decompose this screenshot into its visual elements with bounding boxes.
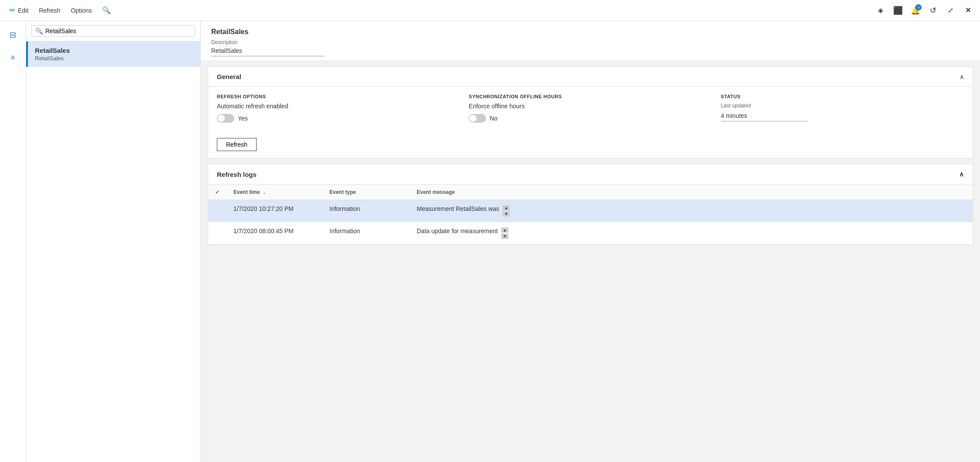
sync-offline-label: SYNCHRONIZATION OFFLINE HOURS [469,94,712,99]
auto-refresh-toggle-track[interactable] [217,114,234,123]
options-button[interactable]: Options [66,5,96,16]
checkmark-icon: ✓ [215,189,219,195]
general-section-header: General ∧ [208,67,973,87]
diamond-icon-button[interactable]: ◈ [874,3,887,17]
row-event-time: 1/7/2020 10:27:20 PM [226,200,322,222]
left-panel: 🔍 RetailSales RetailSales [26,21,201,462]
search-toolbar-icon: 🔍 [102,6,111,14]
row-check [208,200,226,222]
right-content: RetailSales Description RetailSales Gene… [201,21,980,462]
expand-icon-button[interactable]: ⤢ [943,3,957,17]
notification-button[interactable]: 🔔 0 [908,3,922,17]
logs-table-body: 1/7/2020 10:27:20 PM Information Measure… [208,200,973,245]
event-time-header[interactable]: Event time ↓ [226,185,322,200]
filter-icon: ⊟ [10,30,16,40]
refresh-logs-table: ✓ Event time ↓ Event type Event message [208,185,973,245]
expand-icon: ⤢ [948,6,953,14]
table-row[interactable]: 1/7/2020 10:27:20 PM Information Measure… [208,200,973,222]
event-message-header[interactable]: Event message [410,185,973,200]
enforce-offline-toggle[interactable]: No [469,114,497,123]
filter-icon-button[interactable]: ⊟ [4,26,22,44]
enforce-offline-label: Enforce offline hours [469,103,712,110]
refresh-options-label: REFRESH OPTIONS [217,94,460,99]
refresh-action-button[interactable]: Refresh [217,138,257,151]
last-updated-value: 4 minutes [721,112,808,121]
row-event-type: Information [322,222,410,245]
search-icon: 🔍 [35,28,43,34]
row-event-message: Measurement RetailSales was ▲ ▼ [410,200,973,222]
scroll-up-btn[interactable]: ▲ [501,228,508,233]
refresh-icon-button[interactable]: ↺ [926,3,940,17]
refresh-toolbar-button[interactable]: Refresh [34,5,65,16]
list-item-title: RetailSales [35,47,193,54]
row-scroll-controls[interactable]: ▲ ▼ [503,205,510,217]
auto-refresh-toggle-label: Yes [238,115,248,122]
scroll-up-btn[interactable]: ▲ [503,205,510,210]
general-section: General ∧ REFRESH OPTIONS Automatic refr… [208,66,973,159]
menu-icon: ≡ [11,54,15,61]
logs-table-header: ✓ Event time ↓ Event type Event message [208,185,973,200]
row-scroll-controls[interactable]: ▲ ▼ [501,228,508,239]
description-value: RetailSales [211,47,325,56]
general-grid: REFRESH OPTIONS Automatic refresh enable… [208,87,973,158]
close-icon: ✕ [965,6,971,14]
toolbar: ✏ Edit Refresh Options 🔍 ◈ ⬛ 🔔 0 ↺ ⤢ ✕ [0,0,980,21]
edit-label: Edit [18,7,28,14]
description-label: Description [211,39,970,45]
logs-collapse-icon[interactable]: ∧ [959,170,964,178]
enforce-offline-toggle-thumb [469,115,476,122]
diamond-icon: ◈ [878,6,883,14]
row-event-message: Data update for measurement ▲ ▼ [410,222,973,245]
status-column: STATUS Last updated 4 minutes [721,94,964,151]
sort-icon: ↓ [263,190,266,195]
scroll-down-btn[interactable]: ▼ [501,234,508,239]
refresh-toolbar-label: Refresh [39,7,60,14]
content-title: RetailSales [211,28,970,36]
sidebar: ⊟ ≡ [0,21,26,462]
enforce-offline-toggle-track[interactable] [469,114,486,123]
row-event-time: 1/7/2020 08:00:45 PM [226,222,322,245]
refresh-logs-header: Refresh logs ∧ [208,164,973,185]
toolbar-right: ◈ ⬛ 🔔 0 ↺ ⤢ ✕ [874,3,975,17]
row-check [208,222,226,245]
row-event-type: Information [322,200,410,222]
refresh-options-column: REFRESH OPTIONS Automatic refresh enable… [217,94,460,151]
options-label: Options [71,7,92,14]
list-item[interactable]: RetailSales RetailSales [26,41,200,67]
office-icon-button[interactable]: ⬛ [891,3,905,17]
search-input-wrap[interactable]: 🔍 [31,25,195,37]
auto-refresh-toggle[interactable]: Yes [217,114,248,123]
check-col-header: ✓ [208,185,226,200]
notification-badge: 0 [915,4,922,10]
auto-refresh-toggle-thumb [218,115,225,122]
content-header: RetailSales Description RetailSales [201,21,980,61]
refresh-icon: ↺ [930,6,936,15]
office-icon: ⬛ [893,6,903,15]
general-collapse-icon[interactable]: ∧ [959,73,964,80]
scroll-down-btn[interactable]: ▼ [503,211,510,217]
refresh-logs-section: Refresh logs ∧ ✓ Event time ↓ Event [208,164,973,245]
close-button[interactable]: ✕ [961,3,975,17]
refresh-logs-title: Refresh logs [217,171,257,178]
search-toolbar-button[interactable]: 🔍 [98,4,115,16]
status-label: STATUS [721,94,964,99]
search-box: 🔍 [26,21,200,41]
enforce-offline-toggle-label: No [490,115,497,122]
list-item-subtitle: RetailSales [35,55,193,62]
event-type-header[interactable]: Event type [322,185,410,200]
general-section-title: General [217,73,241,80]
edit-button[interactable]: ✏ Edit [5,4,33,16]
sync-offline-column: SYNCHRONIZATION OFFLINE HOURS Enforce of… [469,94,712,151]
auto-refresh-label: Automatic refresh enabled [217,103,460,110]
search-input[interactable] [45,28,191,34]
table-row[interactable]: 1/7/2020 08:00:45 PM Information Data up… [208,222,973,245]
last-updated-label: Last updated [721,103,964,109]
edit-icon: ✏ [10,6,15,14]
menu-icon-button[interactable]: ≡ [4,49,22,66]
main-layout: ⊟ ≡ 🔍 RetailSales RetailSales RetailSale… [0,21,980,462]
